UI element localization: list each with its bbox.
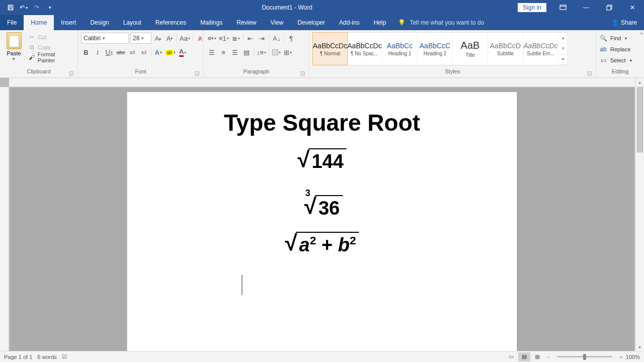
web-layout-icon[interactable]: ▦ xyxy=(531,352,543,361)
style-normal[interactable]: AaBbCcDc¶ Normal xyxy=(312,32,348,65)
underline-button[interactable]: U▾ xyxy=(104,47,114,58)
collapse-ribbon-icon[interactable]: ^ xyxy=(640,31,643,38)
scroll-thumb[interactable] xyxy=(637,87,643,152)
tell-me-label: Tell me what you want to do xyxy=(410,19,484,26)
highlight-button[interactable]: ab▾ xyxy=(165,47,176,58)
zoom-slider[interactable] xyxy=(557,356,612,357)
style-heading2[interactable]: AaBbCcCHeading 2 xyxy=(418,33,453,65)
read-mode-icon[interactable]: ▭ xyxy=(505,352,517,361)
document-page[interactable]: Type Square Root √144 3√36 √a2 + b2 xyxy=(127,92,517,351)
subscript-button[interactable]: x2 xyxy=(127,47,137,58)
numbering-button[interactable]: ≡1▾ xyxy=(218,33,229,44)
group-font: Calibri▾ 28▾ A▴ A▾ Aa▾ A̷ B I U▾ abc x2 … xyxy=(78,30,204,77)
close-icon[interactable]: ✕ xyxy=(621,0,644,15)
equation-sqrt-144[interactable]: √144 xyxy=(168,148,477,173)
horizontal-ruler[interactable] xyxy=(9,78,635,87)
format-painter-button[interactable]: 🖌Format Painter xyxy=(27,53,74,62)
tab-design[interactable]: Design xyxy=(83,15,116,30)
search-icon: 🔍 xyxy=(599,34,607,42)
style-heading1[interactable]: AaBbCcHeading 1 xyxy=(382,33,418,65)
align-left-button[interactable]: ☰ xyxy=(207,47,217,58)
share-button[interactable]: 👤 Share xyxy=(604,15,644,30)
tab-insert[interactable]: Insert xyxy=(54,15,83,30)
equation-cuberoot-36[interactable]: 3√36 xyxy=(168,186,477,220)
replace-button[interactable]: abReplace xyxy=(599,44,634,54)
vertical-scrollbar[interactable]: ▴ ▾ xyxy=(635,78,644,351)
svg-rect-1 xyxy=(9,5,12,7)
line-spacing-button[interactable]: ↕≡▾ xyxy=(256,47,267,58)
save-icon[interactable] xyxy=(4,0,17,15)
align-right-button[interactable]: ☰ xyxy=(230,47,240,58)
status-page[interactable]: Page 1 of 1 xyxy=(4,354,32,360)
styles-launcher-icon[interactable]: ◲ xyxy=(586,69,593,76)
change-case-button[interactable]: Aa▾ xyxy=(179,33,191,44)
minimize-icon[interactable]: — xyxy=(575,0,598,15)
spellcheck-icon[interactable]: ☑ xyxy=(62,353,67,360)
show-marks-button[interactable]: ¶ xyxy=(286,33,296,44)
font-color-button[interactable]: A▾ xyxy=(178,47,188,58)
chevron-down-icon[interactable]: ▾ xyxy=(13,56,15,61)
vertical-ruler[interactable] xyxy=(0,87,9,351)
equation-sqrt-a2b2[interactable]: √a2 + b2 xyxy=(168,232,477,257)
cursor-icon: ▭ xyxy=(599,56,607,64)
grow-font-button[interactable]: A▴ xyxy=(153,33,163,44)
style-no-spacing[interactable]: AaBbCcDc¶ No Spac... xyxy=(347,33,382,65)
zoom-out-icon[interactable]: − xyxy=(547,354,550,360)
radical-icon: √ xyxy=(285,232,297,254)
status-words[interactable]: 6 words xyxy=(37,354,57,360)
tab-mailings[interactable]: Mailings xyxy=(193,15,229,30)
cut-button[interactable]: ✂Cut xyxy=(27,33,74,42)
ribbon: Paste ▾ ✂Cut ⧉Copy 🖌Format Painter Clipb… xyxy=(0,30,644,78)
paragraph-launcher-icon[interactable]: ◲ xyxy=(299,69,306,76)
tab-developer[interactable]: Developer xyxy=(290,15,332,30)
bold-button[interactable]: B xyxy=(81,47,91,58)
tab-file[interactable]: File xyxy=(0,15,24,30)
tab-addins[interactable]: Add-ins xyxy=(332,15,367,30)
style-title[interactable]: AaBTitle xyxy=(453,33,488,65)
strikethrough-button[interactable]: abc xyxy=(116,47,126,58)
copy-button[interactable]: ⧉Copy xyxy=(27,43,74,52)
qat-customize-icon[interactable]: ▾ xyxy=(43,0,56,15)
clipboard-launcher-icon[interactable]: ◲ xyxy=(67,69,74,76)
multilevel-button[interactable]: ≣▾ xyxy=(231,33,241,44)
tab-help[interactable]: Help xyxy=(367,15,393,30)
redo-icon[interactable]: ↷ xyxy=(30,0,43,15)
select-button[interactable]: ▭Select▾ xyxy=(599,55,634,65)
styles-more-button[interactable]: ▴▾⏷ xyxy=(558,33,568,65)
tab-view[interactable]: View xyxy=(264,15,291,30)
borders-button[interactable]: ⊞▾ xyxy=(283,47,293,58)
group-clipboard: Paste ▾ ✂Cut ⧉Copy 🖌Format Painter Clipb… xyxy=(0,30,78,77)
tab-references[interactable]: References xyxy=(148,15,193,30)
clipboard-icon xyxy=(7,32,22,49)
ribbon-display-icon[interactable] xyxy=(551,0,575,15)
paste-button[interactable]: Paste ▾ xyxy=(3,31,25,68)
zoom-in-icon[interactable]: + xyxy=(619,354,622,360)
shading-button[interactable]: ▾ xyxy=(271,47,281,58)
superscript-button[interactable]: x2 xyxy=(139,47,149,58)
font-launcher-icon[interactable]: ◲ xyxy=(193,69,200,76)
zoom-level[interactable]: 100% xyxy=(626,354,640,360)
font-name-combo[interactable]: Calibri▾ xyxy=(81,33,129,44)
decrease-indent-button[interactable]: ⇤ xyxy=(246,33,256,44)
increase-indent-button[interactable]: ⇥ xyxy=(257,33,267,44)
style-subtitle[interactable]: AaBbCcDSubtitle xyxy=(488,33,523,65)
text-effects-button[interactable]: A▾ xyxy=(153,47,164,58)
styles-gallery[interactable]: AaBbCcDc¶ Normal AaBbCcDc¶ No Spac... Aa… xyxy=(312,32,568,65)
style-subtle-em[interactable]: AaBbCcDcSubtle Em... xyxy=(523,33,558,65)
tab-home[interactable]: Home xyxy=(24,15,54,30)
align-center-button[interactable]: ≡ xyxy=(218,47,228,58)
tell-me-search[interactable]: 💡 Tell me what you want to do xyxy=(393,15,489,30)
shrink-font-button[interactable]: A▾ xyxy=(165,33,175,44)
justify-button[interactable]: ▤ xyxy=(242,47,252,58)
font-size-combo[interactable]: 28▾ xyxy=(130,33,151,44)
print-layout-icon[interactable]: ▤ xyxy=(518,352,530,361)
sort-button[interactable]: A↓ xyxy=(272,33,282,44)
maximize-icon[interactable] xyxy=(598,0,621,15)
bullets-button[interactable]: ≡•▾ xyxy=(207,33,217,44)
tab-review[interactable]: Review xyxy=(229,15,263,30)
tab-layout[interactable]: Layout xyxy=(116,15,148,30)
undo-icon[interactable]: ↶▾ xyxy=(17,0,30,15)
find-button[interactable]: 🔍Find▾ xyxy=(599,33,634,43)
sign-in-button[interactable]: Sign in xyxy=(518,3,546,12)
italic-button[interactable]: I xyxy=(93,47,103,58)
